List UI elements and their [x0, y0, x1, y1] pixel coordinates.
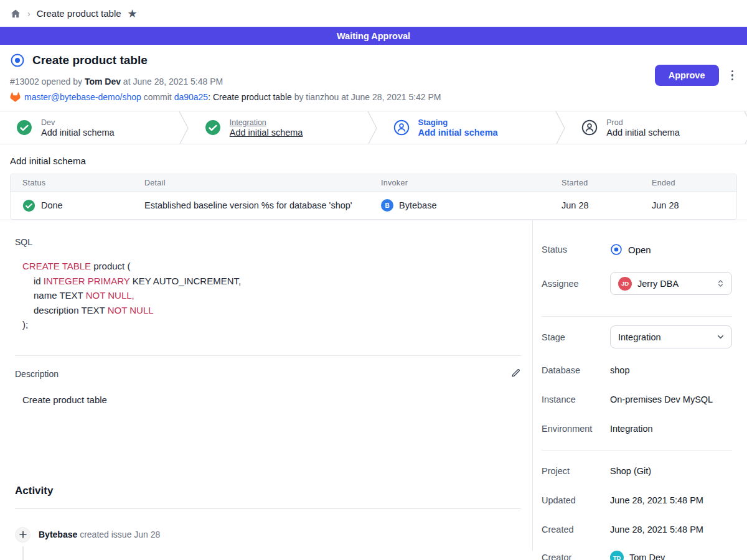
issue-author: Tom Dev	[85, 77, 121, 86]
environment-value: Integration	[610, 424, 653, 434]
creator-label: Creator	[542, 553, 610, 560]
stage-task-label: Add initial schema	[41, 128, 115, 138]
column-ended: Ended	[652, 179, 736, 187]
environment-label: Environment	[542, 424, 610, 434]
pipeline-stages: Dev Add initial schema Integration Add i…	[0, 111, 747, 144]
description-label: Description	[15, 369, 59, 379]
chevron-down-icon	[716, 332, 725, 342]
status-label: Status	[542, 245, 610, 254]
created-value: June 28, 2021 5:48 PM	[610, 525, 703, 534]
plus-circle-icon	[15, 527, 31, 543]
task-table: Status Detail Invoker Started Ended Done…	[10, 174, 737, 220]
stage-separator	[367, 111, 377, 144]
stage-task-label: Add initial schema	[606, 128, 680, 138]
column-status: Status	[11, 179, 144, 187]
description-text: Create product table	[15, 394, 522, 405]
person-circle-icon	[581, 119, 598, 136]
stage-separator	[179, 111, 189, 144]
timeline-line	[22, 546, 24, 560]
activity-title: Activity	[15, 485, 522, 497]
instance-label: Instance	[542, 394, 610, 404]
divider	[542, 316, 732, 317]
check-circle-icon	[22, 199, 35, 212]
creator-avatar: TD	[610, 551, 624, 560]
issue-header: Create product table #13002 opened by To…	[0, 45, 747, 111]
updated-label: Updated	[542, 495, 610, 505]
task-section: Add initial schema Status Detail Invoker…	[0, 144, 747, 220]
project-label: Project	[542, 466, 610, 476]
sql-label: SQL	[15, 237, 522, 247]
column-detail: Detail	[144, 179, 381, 187]
activity-action: created issue Jun 28	[77, 530, 160, 539]
issue-number-opened-by: #13002 opened by	[10, 77, 85, 86]
star-filled-icon[interactable]: ★	[128, 8, 138, 19]
assignee-select[interactable]: JD Jerry DBA	[610, 272, 732, 295]
issue-opened-at: at June 28, 2021 5:48 PM	[121, 77, 223, 86]
activity-actor: Bytebase	[39, 530, 77, 539]
pipeline-stage-staging[interactable]: Staging Add initial schema	[377, 111, 556, 144]
commit-message: : Create product table	[208, 92, 294, 102]
task-invoker: Bytebase	[399, 200, 436, 210]
issue-detail-panel: SQL CREATE TABLE product ( id INTEGER PR…	[0, 220, 533, 551]
stage-env-label: Prod	[606, 118, 680, 127]
column-started: Started	[561, 179, 652, 187]
instance-value: On-premises Dev MySQL	[610, 394, 713, 404]
task-table-row[interactable]: Done Established baseline version %s for…	[11, 192, 736, 219]
chevron-right-icon: ›	[27, 9, 31, 19]
sql-code-block: CREATE TABLE product ( id INTEGER PRIMAR…	[15, 259, 522, 332]
creator-value: Tom Dev	[629, 553, 665, 560]
stage-label: Stage	[542, 332, 610, 342]
commit-word: commit	[141, 92, 174, 102]
task-section-title: Add initial schema	[10, 156, 737, 166]
stage-separator	[744, 111, 747, 144]
commit-byline: by tianzhou at June 28, 2021 5:42 PM	[294, 92, 441, 102]
approval-banner-text: Waiting Approval	[337, 31, 410, 41]
task-started: Jun 28	[561, 200, 652, 210]
assignee-label: Assignee	[542, 279, 610, 289]
task-ended: Jun 28	[652, 200, 736, 210]
divider	[15, 355, 521, 356]
stage-value: Integration	[618, 332, 710, 342]
divider	[542, 450, 732, 450]
database-value: shop	[610, 365, 629, 375]
task-detail: Established baseline version %s for data…	[144, 200, 381, 210]
stage-env-link[interactable]: Integration	[230, 118, 303, 127]
gitlab-tanuki-icon	[10, 92, 21, 102]
database-label: Database	[542, 365, 610, 375]
home-icon[interactable]	[10, 8, 21, 19]
updated-value: June 28, 2021 5:48 PM	[610, 495, 703, 505]
more-options-icon[interactable]	[729, 68, 736, 83]
check-circle-icon	[16, 119, 32, 136]
edit-description-icon[interactable]	[509, 366, 522, 382]
approval-banner: Waiting Approval	[0, 27, 747, 45]
check-circle-icon	[205, 119, 221, 136]
task-table-header: Status Detail Invoker Started Ended	[11, 174, 736, 192]
pipeline-stage-integration[interactable]: Integration Add initial schema	[189, 111, 367, 144]
stage-env-label: Dev	[41, 118, 115, 127]
status-value: Open	[628, 245, 651, 255]
chevron-up-down-icon	[716, 279, 725, 288]
invoker-avatar: B	[381, 199, 393, 212]
activity-item: Bytebase created issue Jun 28	[15, 527, 522, 543]
assignee-avatar: JD	[618, 277, 632, 291]
divider	[15, 508, 521, 509]
pipeline-stage-prod[interactable]: Prod Add initial schema	[565, 111, 744, 144]
commit-branch-repo-link[interactable]: master@bytebase-demo/shop	[24, 92, 141, 102]
stage-task-link[interactable]: Add initial schema	[230, 128, 303, 138]
status-open-icon	[610, 243, 622, 256]
task-status: Done	[41, 200, 63, 210]
commit-hash-link[interactable]: da90a25	[174, 92, 209, 102]
stage-select[interactable]: Integration	[610, 325, 732, 348]
column-invoker: Invoker	[381, 179, 561, 187]
stage-task-label: Add initial schema	[418, 128, 498, 138]
stage-separator	[555, 111, 565, 144]
pipeline-stage-dev[interactable]: Dev Add initial schema	[0, 111, 179, 144]
status-row: Status Open	[542, 243, 732, 256]
breadcrumb: › Create product table ★	[0, 0, 747, 27]
approve-button[interactable]: Approve	[655, 65, 719, 86]
issue-title: Create product table	[32, 54, 148, 67]
project-value: Shop (Git)	[610, 466, 651, 476]
assignee-value: Jerry DBA	[637, 279, 710, 289]
issue-sidebar: Status Open Assignee JD Jerry DBA Stage	[533, 220, 747, 551]
issue-open-icon	[10, 53, 25, 68]
